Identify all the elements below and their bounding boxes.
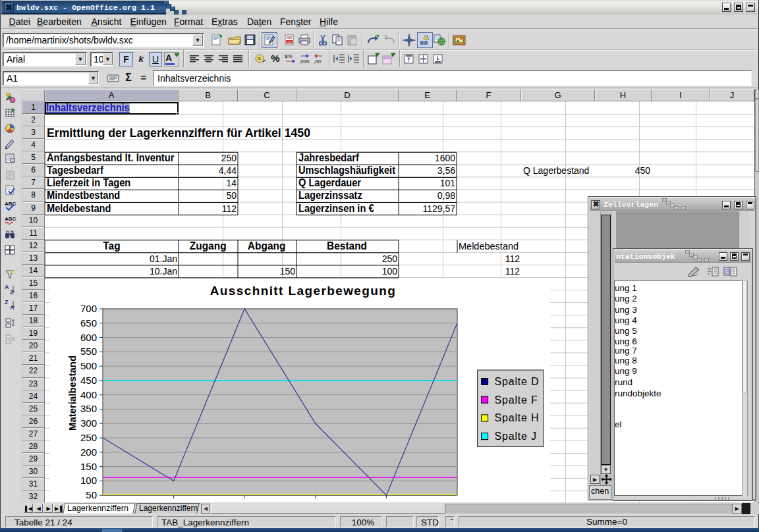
svg-text:$%: $% xyxy=(285,53,293,59)
svg-text:A: A xyxy=(10,304,14,311)
svg-text:600: 600 xyxy=(80,332,97,343)
svg-text:¤: ¤ xyxy=(258,55,261,62)
svg-text:500: 500 xyxy=(80,360,97,371)
svg-text:,00: ,00 xyxy=(314,59,322,65)
svg-text:250: 250 xyxy=(80,432,97,443)
svg-text:Ausschnitt Lagerbewegung: Ausschnitt Lagerbewegung xyxy=(210,284,397,298)
svg-text:550: 550 xyxy=(80,346,97,357)
svg-text:300: 300 xyxy=(80,417,97,429)
svg-text:ABC: ABC xyxy=(5,201,16,207)
svg-text:200: 200 xyxy=(80,446,97,458)
svg-text:450: 450 xyxy=(80,375,97,386)
svg-text:Z: Z xyxy=(5,299,9,306)
svg-text:A: A xyxy=(5,284,9,290)
svg-text:700: 700 xyxy=(80,303,97,314)
svg-text:Spalte F: Spalte F xyxy=(495,394,538,406)
svg-text:,000: ,000 xyxy=(299,59,310,65)
svg-text:Spalte J: Spalte J xyxy=(495,431,537,442)
svg-text:PDF: PDF xyxy=(287,40,293,43)
svg-text:ABC: ABC xyxy=(5,216,16,222)
svg-text:150: 150 xyxy=(80,461,97,472)
svg-text:50: 50 xyxy=(86,489,97,500)
svg-text:Materialbestand: Materialbestand xyxy=(67,356,78,431)
svg-text:400: 400 xyxy=(80,389,97,400)
svg-text:650: 650 xyxy=(80,317,97,329)
svg-text:100: 100 xyxy=(80,475,97,486)
svg-text:Spalte D: Spalte D xyxy=(495,376,540,387)
svg-text:Spalte H: Spalte H xyxy=(495,412,540,423)
svg-text:350: 350 xyxy=(80,403,97,414)
